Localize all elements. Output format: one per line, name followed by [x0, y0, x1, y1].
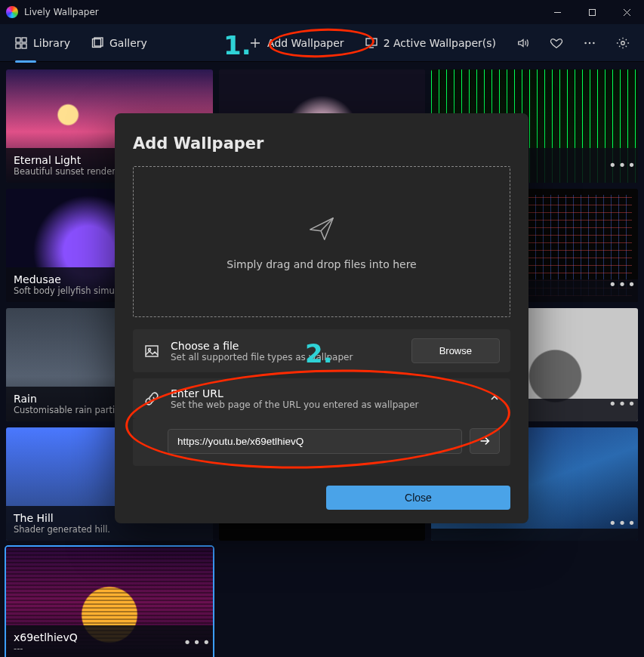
dropzone[interactable]: Simply drag and drop files into here [133, 166, 510, 317]
svg-point-9 [589, 42, 591, 44]
link-icon [143, 391, 160, 406]
svg-rect-7 [366, 39, 377, 45]
svg-rect-0 [589, 9, 595, 15]
tab-gallery-label: Gallery [109, 37, 147, 49]
card-more-button[interactable]: ••• [612, 393, 633, 414]
close-dialog-button[interactable]: Close [326, 486, 510, 510]
sound-button[interactable] [508, 28, 538, 58]
add-wallpaper-dialog: Add Wallpaper Simply drag and drop files… [115, 113, 528, 523]
enter-url-sub: Set the web page of the URL you entered … [171, 399, 479, 410]
gallery-icon [91, 37, 103, 49]
toolbar: Library Gallery Add Wallpaper 2 Active W… [0, 24, 644, 62]
grid-icon [15, 37, 27, 49]
add-wallpaper-button[interactable]: Add Wallpaper [240, 32, 353, 54]
card-more-button[interactable]: ••• [612, 154, 633, 175]
window-title: Lively Wallpaper [24, 7, 99, 17]
choose-file-row: Choose a file Set all supported file typ… [133, 329, 510, 372]
choose-file-sub: Set all supported file types as wallpape… [171, 352, 401, 362]
wallpaper-sub: Shader generated hill. [14, 524, 183, 535]
add-wallpaper-label: Add Wallpaper [267, 37, 344, 49]
titlebar: Lively Wallpaper [0, 0, 644, 24]
svg-rect-3 [16, 44, 20, 48]
wallpaper-info: x69etlhievQ --- [6, 625, 213, 657]
tab-gallery[interactable]: Gallery [82, 32, 156, 54]
card-more-button[interactable]: ••• [187, 631, 208, 652]
submit-url-button[interactable] [470, 428, 500, 454]
dropzone-hint: Simply drag and drop files into here [226, 258, 416, 270]
svg-point-8 [584, 42, 587, 44]
active-wallpapers-button[interactable]: 2 Active Wallpaper(s) [356, 32, 505, 54]
svg-rect-4 [22, 44, 26, 48]
settings-button[interactable] [608, 28, 638, 58]
dialog-title: Add Wallpaper [133, 134, 510, 153]
paper-plane-icon [307, 214, 336, 245]
enter-url-title: Enter URL [171, 387, 479, 399]
wallpaper-card[interactable]: x69etlhievQ --- ••• [6, 547, 213, 657]
wallpaper-sub: --- [14, 643, 183, 654]
close-window-button[interactable] [609, 0, 644, 24]
tab-library[interactable]: Library [6, 32, 79, 54]
enter-url-row[interactable]: Enter URL Set the web page of the URL yo… [133, 378, 510, 419]
svg-rect-2 [22, 38, 26, 42]
card-more-button[interactable]: ••• [612, 512, 633, 533]
svg-point-11 [621, 41, 625, 45]
maximize-button[interactable] [575, 0, 609, 24]
more-button[interactable] [575, 28, 605, 58]
url-panel [133, 419, 510, 466]
svg-rect-12 [146, 346, 158, 356]
choose-file-title: Choose a file [171, 340, 401, 352]
plus-icon [249, 37, 261, 49]
favorite-button[interactable] [541, 28, 572, 58]
wallpaper-info [431, 529, 638, 541]
image-icon [143, 344, 160, 359]
app-logo-icon [6, 6, 18, 18]
url-input[interactable] [168, 429, 462, 454]
minimize-button[interactable] [540, 0, 575, 24]
active-wallpapers-label: 2 Active Wallpaper(s) [384, 37, 496, 49]
monitor-icon [365, 37, 377, 49]
card-more-button[interactable]: ••• [612, 273, 633, 295]
wallpaper-title: x69etlhievQ [14, 631, 183, 643]
tab-library-label: Library [33, 37, 70, 49]
svg-point-10 [593, 42, 595, 44]
browse-button[interactable]: Browse [411, 338, 500, 363]
svg-rect-1 [16, 38, 20, 42]
chevron-up-icon [489, 392, 500, 406]
